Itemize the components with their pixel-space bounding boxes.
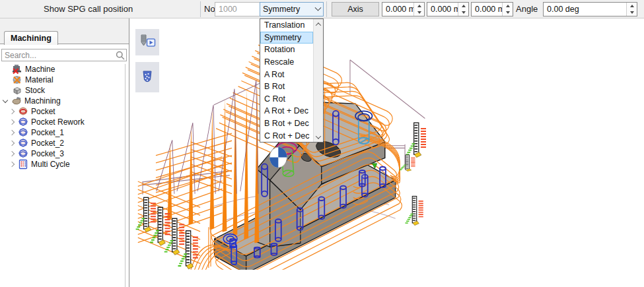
tree-item-pocket-3[interactable]: Pocket_3	[0, 148, 125, 159]
option-translation[interactable]: Translation	[260, 19, 313, 32]
material-icon	[12, 75, 22, 85]
machining-icon	[11, 96, 22, 106]
transform-options-dropdown: Translation Symmetry Rotation Rescale A …	[260, 18, 324, 143]
tree-item-multi-cycle[interactable]: Multi Cycle	[0, 159, 125, 170]
scroll-down-icon[interactable]	[314, 132, 323, 142]
tree-item-material[interactable]: Material	[0, 75, 125, 85]
option-c-rot[interactable]: C Rot	[260, 93, 313, 106]
sidebar: Machining Machine Material Stock	[0, 18, 129, 287]
tree-item-pocket-rework[interactable]: Pocket Rework	[0, 117, 125, 127]
option-symmetry[interactable]: Symmetry	[260, 32, 313, 44]
offset-y-spin-buttons[interactable]	[458, 3, 468, 16]
chevron-right-icon[interactable]	[9, 162, 15, 167]
pocket-blue-icon	[18, 117, 28, 127]
show-spg-label: Show SPG call position	[44, 4, 133, 14]
offset-z-value: 0.000 mm	[472, 3, 502, 16]
tree-item-stock[interactable]: Stock	[0, 85, 125, 96]
option-b-rot-dec[interactable]: B Rot + Dec	[260, 117, 313, 130]
machining-3d-scene[interactable]	[129, 18, 644, 287]
offset-x-input[interactable]: 0.000 mm	[382, 2, 425, 16]
tree-item-label: Pocket_2	[31, 139, 64, 148]
option-a-rot-dec[interactable]: A Rot + Dec	[260, 105, 313, 117]
option-rotation[interactable]: Rotation	[260, 44, 313, 56]
tree-item-machine[interactable]: Machine	[0, 64, 125, 75]
machine-icon	[12, 64, 22, 75]
chevron-down-icon[interactable]	[3, 98, 8, 103]
origin-marker[interactable]	[269, 147, 287, 168]
option-b-rot[interactable]: B Rot	[260, 80, 313, 93]
search-input[interactable]	[2, 51, 114, 60]
offset-y-input[interactable]: 0.000 mm	[427, 2, 469, 16]
chevron-right-icon[interactable]	[9, 119, 15, 125]
option-rescale[interactable]: Rescale	[260, 56, 313, 69]
tool-holder-button[interactable]	[135, 62, 159, 92]
transform-type-select[interactable]: Symmetry	[260, 2, 324, 16]
chevron-right-icon[interactable]	[9, 151, 15, 156]
toolbar-separator	[326, 1, 327, 17]
offset-z-spin-buttons[interactable]	[502, 3, 513, 16]
tree-item-pocket[interactable]: Pocket	[0, 106, 125, 117]
offset-x-spin-buttons[interactable]	[413, 3, 424, 16]
toolbar-separator	[200, 1, 201, 17]
pocket-blue-icon	[18, 148, 28, 159]
offset-z-input[interactable]: 0.000 mm	[471, 2, 513, 16]
tree-item-label: Machine	[25, 65, 55, 74]
viewport-3d[interactable]	[130, 18, 644, 287]
tree-item-label: Stock	[25, 86, 45, 95]
tree-item-label: Pocket Rework	[31, 117, 85, 127]
shield-dots-icon	[139, 69, 156, 86]
pocket-blue-icon	[18, 127, 28, 138]
pocket-blue-icon	[18, 138, 28, 148]
tab-machining[interactable]: Machining	[4, 31, 58, 45]
tree-item-pocket-1[interactable]: Pocket_1	[0, 127, 125, 138]
multi-cycle-icon	[18, 159, 28, 170]
sidebar-search	[1, 49, 127, 61]
axis-button[interactable]: Axis	[332, 2, 379, 16]
chevron-down-icon	[315, 4, 322, 11]
angle-value: 0.00 deg	[544, 3, 626, 16]
transform-type-value: Symmetry	[263, 5, 300, 14]
chevron-right-icon[interactable]	[9, 130, 15, 135]
transform-options-list: Translation Symmetry Rotation Rescale A …	[260, 19, 313, 142]
angle-input[interactable]: 0.00 deg	[543, 2, 637, 16]
option-c-rot-dec[interactable]: C Rot + Dec	[260, 129, 313, 142]
option-a-rot[interactable]: A Rot	[260, 68, 313, 80]
toolbar: Show SPG call position No 1000 Symmetry …	[0, 0, 644, 18]
cam-application-window: Show SPG call position No 1000 Symmetry …	[0, 0, 644, 287]
tree-item-machining[interactable]: Machining	[0, 96, 125, 106]
scroll-up-icon[interactable]	[314, 19, 323, 29]
pocket-red-icon	[18, 106, 28, 117]
tree-item-label: Pocket_3	[31, 149, 64, 158]
angle-spin-buttons[interactable]	[626, 3, 637, 16]
tree-item-label: Multi Cycle	[31, 160, 70, 169]
offset-x-value: 0.000 mm	[382, 3, 413, 16]
operations-tree: Machine Material Stock Machining Pocket	[0, 64, 125, 287]
no-label: No	[204, 4, 215, 14]
sidebar-tab-strip: Machining	[0, 18, 129, 44]
tree-item-label: Machining	[24, 96, 61, 106]
angle-label: Angle	[516, 4, 538, 14]
tree-item-label: Material	[25, 75, 54, 84]
chevron-right-icon[interactable]	[9, 141, 15, 146]
tab-machining-label: Machining	[11, 34, 52, 43]
dropdown-scrollbar[interactable]	[313, 19, 323, 142]
simulate-tool-button[interactable]	[135, 29, 159, 55]
chevron-right-icon[interactable]	[9, 109, 15, 114]
stock-icon	[12, 85, 22, 96]
tree-item-pocket-2[interactable]: Pocket_2	[0, 138, 125, 148]
search-icon[interactable]	[114, 51, 126, 60]
tree-item-label: Pocket	[31, 107, 55, 116]
drill-play-icon	[139, 34, 156, 51]
tree-item-label: Pocket_1	[31, 128, 64, 137]
offset-y-value: 0.000 mm	[427, 3, 458, 16]
